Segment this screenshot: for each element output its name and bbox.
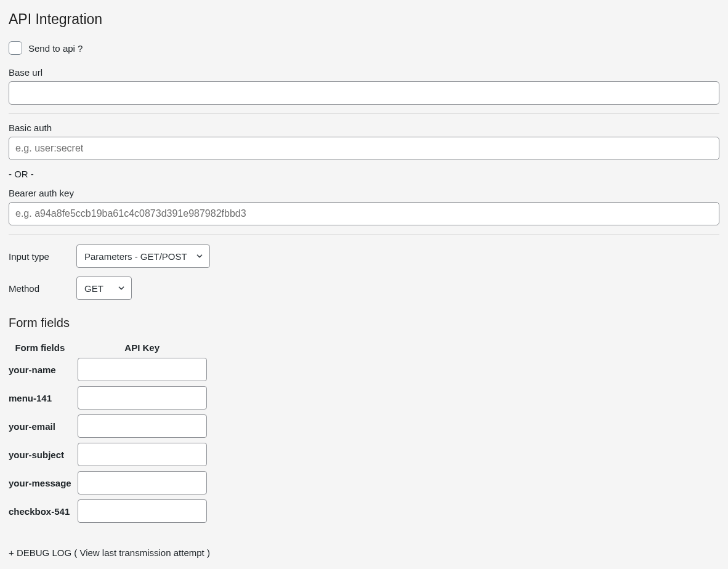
- divider: [9, 113, 719, 114]
- api-key-input[interactable]: [78, 358, 207, 381]
- col-form-fields: Form fields: [9, 342, 71, 353]
- table-row: your-email: [9, 414, 207, 438]
- api-key-input[interactable]: [78, 386, 207, 410]
- table-row: your-message: [9, 471, 207, 494]
- divider: [9, 234, 719, 235]
- form-field-name: menu-141: [9, 386, 71, 410]
- page-title: API Integration: [9, 11, 719, 28]
- form-field-name: your-subject: [9, 443, 71, 466]
- method-label: Method: [9, 283, 76, 294]
- method-select[interactable]: GET: [76, 276, 132, 300]
- api-key-input[interactable]: [78, 414, 207, 438]
- basic-auth-label: Basic auth: [9, 123, 719, 133]
- form-fields-table: Form fields API Key your-namemenu-141you…: [2, 337, 213, 528]
- debug-log-toggle[interactable]: + DEBUG LOG ( View last transmission att…: [9, 547, 210, 558]
- form-field-name: your-email: [9, 414, 71, 438]
- table-row: your-name: [9, 358, 207, 381]
- form-field-name: your-name: [9, 358, 71, 381]
- api-key-input[interactable]: [78, 443, 207, 466]
- col-api-key: API Key: [78, 342, 207, 353]
- bearer-auth-label: Bearer auth key: [9, 188, 719, 198]
- api-key-input[interactable]: [78, 471, 207, 494]
- base-url-label: Base url: [9, 67, 719, 78]
- form-field-name: your-message: [9, 471, 71, 494]
- send-to-api-checkbox[interactable]: [9, 41, 22, 55]
- table-row: your-subject: [9, 443, 207, 466]
- form-field-name: checkbox-541: [9, 499, 71, 523]
- table-row: checkbox-541: [9, 499, 207, 523]
- base-url-input[interactable]: [9, 81, 719, 105]
- table-row: menu-141: [9, 386, 207, 410]
- send-to-api-row: Send to api ?: [9, 41, 719, 55]
- bearer-auth-input[interactable]: [9, 202, 719, 225]
- basic-auth-input[interactable]: [9, 137, 719, 160]
- or-separator: - OR -: [9, 169, 719, 179]
- input-type-label: Input type: [9, 251, 76, 262]
- input-type-select[interactable]: Parameters - GET/POST: [76, 244, 210, 268]
- send-to-api-label: Send to api ?: [28, 43, 83, 54]
- form-fields-title: Form fields: [9, 316, 719, 330]
- api-key-input[interactable]: [78, 499, 207, 523]
